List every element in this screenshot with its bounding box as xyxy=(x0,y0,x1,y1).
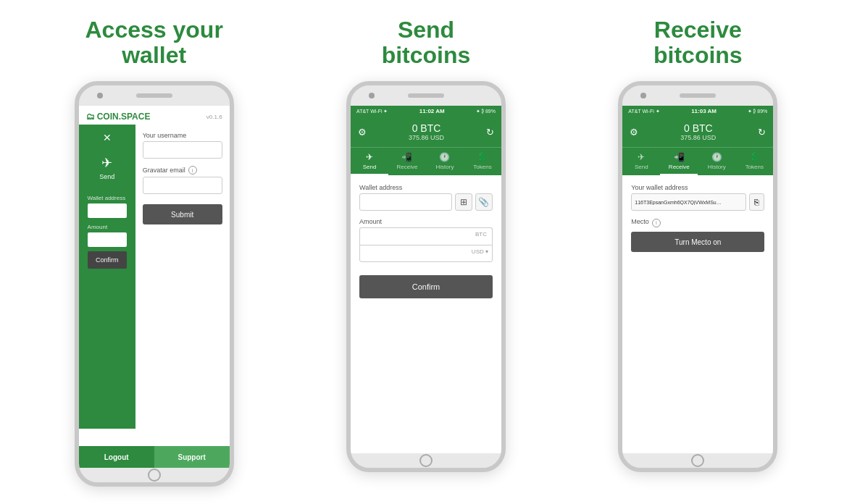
home-button-1[interactable] xyxy=(148,469,161,482)
gear-icon-3[interactable]: ⚙ xyxy=(630,127,638,138)
tab-send-label-2: Send xyxy=(363,164,377,170)
tab-history-3[interactable]: 🕐 History xyxy=(698,148,735,175)
wallet-address-value: 116T3EpsanGxmh6QX7QjVWxMSunLTAoK4 xyxy=(631,193,746,211)
usd-currency-label: USD ▾ xyxy=(472,248,488,255)
btc-amount-3: 0 BTC xyxy=(680,122,716,134)
logo: 🗂 COIN.SPACE xyxy=(86,112,151,122)
phone-top-bar-2 xyxy=(351,85,501,106)
amount-group-send: Amount BTC USD ▾ xyxy=(359,218,493,262)
wallet-address-input-group: ⊞ 📎 xyxy=(359,193,493,211)
balance-display-2: 0 BTC 375.86 USD xyxy=(409,122,444,141)
bottom-bar: Logout Support xyxy=(79,446,230,468)
side-send-panel: ✕ ✈ Send Wallet address Amount Confirm xyxy=(79,125,135,429)
wallet-address-input-side[interactable] xyxy=(88,203,127,218)
username-label: Your username xyxy=(143,132,222,139)
phone-bottom-bar-1 xyxy=(79,468,230,482)
section-access-wallet: Access your wallet 🗂 COIN.SPACE v0.1.6 xyxy=(29,17,279,487)
mecto-label: Mecto xyxy=(631,218,649,225)
wallet-address-display-group: 116T3EpsanGxmh6QX7QjVWxMSunLTAoK4 ⎘ xyxy=(631,193,764,211)
phone-speaker-1 xyxy=(136,93,172,98)
gear-icon-2[interactable]: ⚙ xyxy=(358,127,367,138)
tab-receive-icon-3: 📲 xyxy=(674,152,685,162)
tab-send-icon-3: ✈ xyxy=(638,152,645,162)
turn-mecto-button[interactable]: Turn Mecto on xyxy=(631,232,764,252)
tab-send-3[interactable]: ✈ Send xyxy=(622,148,660,175)
support-button[interactable]: Support xyxy=(154,446,230,468)
tab-tokens-icon-2: 💲 xyxy=(477,152,488,162)
amount-input-side[interactable] xyxy=(88,232,127,247)
send-form: Wallet address ⊞ 📎 Amount BTC xyxy=(351,175,501,307)
refresh-icon-2[interactable]: ↻ xyxy=(486,127,494,138)
logout-button[interactable]: Logout xyxy=(79,446,154,468)
tab-tokens-2[interactable]: 💲 Tokens xyxy=(464,148,501,175)
phone-screen-1: 🗂 COIN.SPACE v0.1.6 ✕ ✈ Send Wal xyxy=(79,106,230,468)
section-title-receive: Receive bitcoins xyxy=(653,17,743,68)
tab-history-label-3: History xyxy=(708,164,726,170)
email-label: Gravatar email i xyxy=(143,166,222,175)
close-side-panel-btn[interactable]: ✕ xyxy=(103,132,112,143)
btc-amount-input[interactable] xyxy=(359,227,493,245)
mecto-row: Mecto i xyxy=(631,218,764,227)
wallet-address-group-send: Wallet address ⊞ 📎 xyxy=(359,184,493,211)
login-header: 🗂 COIN.SPACE v0.1.6 xyxy=(79,106,230,125)
nav-tabs-2: ✈ Send 📲 Receive 🕐 History 💲 Tokens xyxy=(351,147,501,175)
email-group: Gravatar email i xyxy=(143,166,222,194)
copy-address-btn[interactable]: ⎘ xyxy=(749,193,764,211)
status-bar-2: AT&T Wi-Fi ✦ 11:02 AM ✦ ₿ 89% xyxy=(351,106,501,117)
phone-camera-2 xyxy=(369,93,375,98)
email-info-icon: i xyxy=(188,166,197,175)
tab-history-2[interactable]: 🕐 History xyxy=(426,148,464,175)
wallet-icon: 🗂 xyxy=(86,112,95,122)
tab-tokens-label-3: Tokens xyxy=(746,164,764,170)
page-container: Access your wallet 🗂 COIN.SPACE v0.1.6 xyxy=(0,3,852,501)
app-header-2: ⚙ 0 BTC 375.86 USD ↻ xyxy=(351,117,501,147)
send-panel-icon: ✈ Send xyxy=(99,155,114,180)
version-text: v0.1.6 xyxy=(206,114,222,120)
amount-label-send: Amount xyxy=(359,218,493,225)
tab-receive-2[interactable]: 📲 Receive xyxy=(388,148,426,175)
tab-receive-3[interactable]: 📲 Receive xyxy=(660,148,698,175)
submit-button[interactable]: Submit xyxy=(143,204,222,224)
usd-amount-2: 375.86 USD xyxy=(409,134,444,141)
paste-btn[interactable]: 📎 xyxy=(475,193,493,211)
phone-camera-1 xyxy=(97,93,103,98)
battery-3: ✦ ₿ 89% xyxy=(748,109,767,114)
username-input[interactable] xyxy=(143,141,222,159)
receive-form: Your wallet address 116T3EpsanGxmh6QX7Qj… xyxy=(622,175,773,261)
tab-receive-icon-2: 📲 xyxy=(401,152,412,162)
wallet-address-label-send: Wallet address xyxy=(359,184,493,191)
home-button-2[interactable] xyxy=(419,454,433,467)
send-confirm-btn-side[interactable]: Confirm xyxy=(88,251,127,269)
tab-tokens-label-2: Tokens xyxy=(473,164,491,170)
tab-tokens-3[interactable]: 💲 Tokens xyxy=(735,148,773,175)
send-panel-label: Send xyxy=(99,173,114,180)
status-bar-3: AT&T Wi-Fi ✦ 11:03 AM ✦ ₿ 89% xyxy=(622,106,773,117)
phone-top-bar-1 xyxy=(79,85,230,106)
balance-display-3: 0 BTC 375.86 USD xyxy=(680,122,716,141)
phone-speaker-2 xyxy=(408,93,444,98)
section-title-access: Access your wallet xyxy=(85,17,223,68)
refresh-icon-3[interactable]: ↻ xyxy=(758,127,766,138)
username-group: Your username xyxy=(143,132,222,159)
email-input[interactable] xyxy=(143,177,222,194)
wallet-address-input-send[interactable] xyxy=(359,193,452,211)
send-arrow-icon: ✈ xyxy=(101,155,112,171)
login-form: Your username Gravatar email i Submit xyxy=(135,125,230,429)
tab-tokens-icon-3: 💲 xyxy=(749,152,760,162)
confirm-button-send[interactable]: Confirm xyxy=(359,275,493,298)
carrier-3: AT&T Wi-Fi ✦ xyxy=(628,109,659,114)
usd-input-wrapper: USD ▾ xyxy=(359,245,493,262)
phone-bottom-bar-2 xyxy=(351,453,501,468)
tab-send-2[interactable]: ✈ Send xyxy=(351,148,388,175)
phone-receive-bitcoins: AT&T Wi-Fi ✦ 11:03 AM ✦ ₿ 89% ⚙ 0 BTC 37… xyxy=(618,81,777,472)
qr-scan-btn[interactable]: ⊞ xyxy=(455,193,472,211)
time-2: 11:02 AM xyxy=(419,108,445,114)
home-button-3[interactable] xyxy=(691,454,704,467)
mecto-info-icon: i xyxy=(652,219,661,227)
usd-amount-3: 375.86 USD xyxy=(680,134,716,141)
section-send-bitcoins: Send bitcoins AT&T Wi-Fi ✦ 11:02 AM ✦ ₿ … xyxy=(301,17,551,472)
phone-access-wallet: 🗂 COIN.SPACE v0.1.6 ✕ ✈ Send Wal xyxy=(75,81,234,487)
phone-camera-3 xyxy=(640,93,646,98)
tab-receive-label-3: Receive xyxy=(669,164,690,170)
battery-2: ✦ ₿ 89% xyxy=(476,109,496,114)
